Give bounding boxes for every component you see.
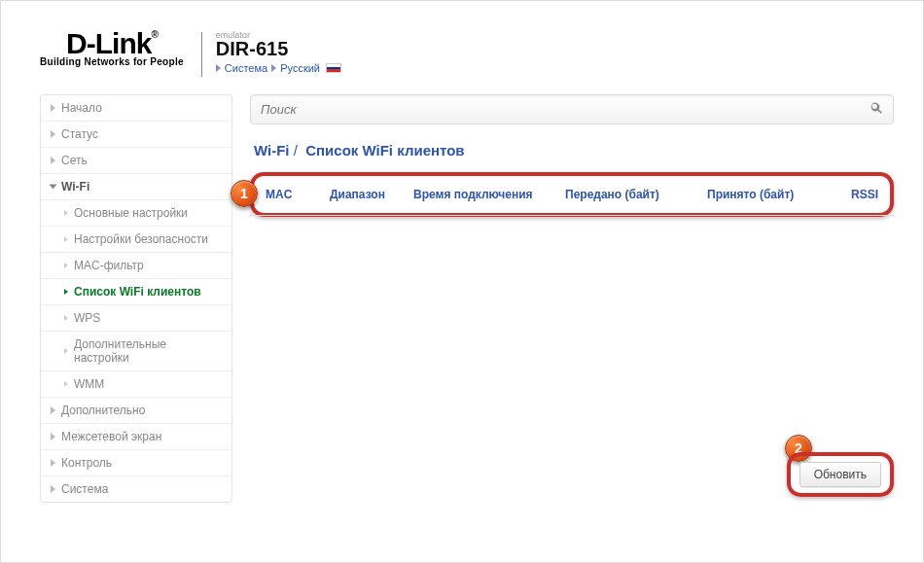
page-title: Wi-Fi / Список WiFi клиентов — [250, 136, 894, 160]
sidebar-sub-clients[interactable]: Список WiFi клиентов — [41, 278, 231, 304]
sidebar-sub-extra[interactable]: Дополнительные настройки — [41, 331, 231, 370]
chevron-right-icon — [64, 210, 68, 216]
header: D-Link® Building Networks for People emu… — [40, 30, 894, 77]
chevron-right-icon — [271, 64, 276, 72]
th-tx[interactable]: Передано (байт) — [565, 188, 692, 201]
sidebar-sub-label: Список WiFi клиентов — [74, 285, 201, 299]
chevron-right-icon — [51, 130, 55, 138]
search-bar — [250, 94, 894, 124]
chevron-right-icon — [64, 381, 68, 387]
sidebar-item-label: Дополнительно — [61, 404, 145, 417]
chevron-right-icon — [64, 236, 68, 242]
sidebar-sub-security[interactable]: Настройки безопасности — [41, 226, 231, 252]
search-input[interactable] — [261, 102, 870, 117]
search-icon[interactable] — [870, 101, 883, 118]
sidebar-item-label: Контроль — [61, 456, 112, 470]
sidebar-item-system[interactable]: Система — [41, 475, 231, 502]
chevron-right-icon — [51, 485, 55, 493]
sidebar-sub-label: Дополнительные настройки — [74, 337, 222, 365]
sidebar-item-label: Wi-Fi — [61, 180, 89, 194]
table-divider — [250, 215, 894, 216]
chevron-right-icon — [64, 263, 68, 268]
header-crumbs: Система Русский — [216, 62, 341, 74]
clients-table: 1 MAC Диапазон Время подключения Передан… — [250, 172, 894, 216]
model-name: DIR-615 — [216, 38, 341, 60]
brand-tagline: Building Networks for People — [40, 56, 184, 67]
th-mac[interactable]: MAC — [266, 188, 314, 201]
model-block: emulator DIR-615 Система Русский — [216, 30, 341, 74]
brand-logo: D-Link® Building Networks for People — [40, 30, 184, 67]
header-divider — [201, 32, 202, 77]
sidebar: Начало Статус Сеть Wi-Fi Основные настро… — [40, 94, 232, 503]
sidebar-sub-basic[interactable]: Основные настройки — [41, 199, 231, 226]
th-rx[interactable]: Принято (байт) — [707, 188, 824, 201]
chevron-right-icon — [216, 64, 221, 72]
th-band[interactable]: Диапазон — [330, 188, 398, 201]
sidebar-item-label: Начало — [61, 101, 102, 115]
sidebar-item-status[interactable]: Статус — [41, 121, 231, 147]
flag-ru-icon — [326, 63, 341, 73]
annotation-highlight-2: Обновить — [787, 452, 894, 497]
chevron-right-icon — [51, 406, 55, 414]
chevron-down-icon — [50, 185, 57, 190]
sidebar-item-label: Система — [61, 482, 108, 496]
th-conntime[interactable]: Время подключения — [413, 188, 550, 201]
sidebar-sub-label: MAC-фильтр — [74, 259, 144, 272]
sidebar-sub-label: WPS — [74, 311, 100, 325]
chevron-right-icon — [51, 104, 55, 112]
sidebar-item-firewall[interactable]: Межсетевой экран — [41, 423, 231, 449]
sidebar-sub-wmm[interactable]: WMM — [41, 370, 231, 397]
sidebar-item-label: Статус — [61, 127, 98, 141]
sidebar-item-advanced[interactable]: Дополнительно — [41, 397, 231, 423]
sidebar-item-label: Сеть — [61, 154, 88, 167]
chevron-right-icon — [64, 315, 68, 321]
sidebar-item-control[interactable]: Контроль — [41, 449, 231, 475]
sidebar-item-start[interactable]: Начало — [41, 95, 231, 121]
sidebar-item-wifi[interactable]: Wi-Fi — [41, 173, 231, 199]
footer-area: 2 Обновить — [250, 435, 894, 503]
chevron-right-icon — [51, 433, 55, 440]
sidebar-item-label: Межсетевой экран — [61, 430, 161, 443]
table-header-row: MAC Диапазон Время подключения Передано … — [262, 180, 882, 209]
sidebar-sub-wps[interactable]: WPS — [41, 304, 231, 331]
crumb-system[interactable]: Система — [225, 62, 267, 74]
sidebar-sub-label: Настройки безопасности — [74, 232, 208, 246]
chevron-right-icon — [64, 289, 68, 295]
breadcrumb-separator: / — [294, 142, 306, 158]
brand-name: D-Link® — [66, 30, 158, 58]
crumb-current: Список WiFi клиентов — [305, 142, 464, 158]
th-rssi[interactable]: RSSI — [839, 188, 878, 201]
sidebar-sub-label: Основные настройки — [74, 206, 188, 220]
chevron-right-icon — [51, 157, 55, 164]
crumb-parent[interactable]: Wi-Fi — [254, 142, 290, 158]
chevron-right-icon — [51, 459, 55, 467]
sidebar-item-network[interactable]: Сеть — [41, 147, 231, 173]
refresh-button[interactable]: Обновить — [800, 462, 881, 487]
sidebar-sub-label: WMM — [74, 377, 104, 391]
annotation-badge-1: 1 — [231, 180, 258, 207]
crumb-language[interactable]: Русский — [280, 62, 320, 74]
main-content: Wi-Fi / Список WiFi клиентов 1 MAC Диапа… — [250, 94, 894, 503]
chevron-right-icon — [64, 348, 68, 354]
sidebar-sub-macfilter[interactable]: MAC-фильтр — [41, 252, 231, 278]
annotation-highlight-1: MAC Диапазон Время подключения Передано … — [250, 172, 894, 217]
